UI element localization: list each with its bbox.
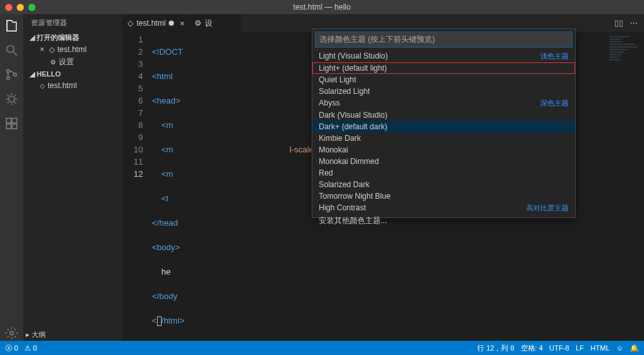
svg-point-0 bbox=[7, 46, 14, 53]
minimize-window-button[interactable] bbox=[17, 4, 24, 11]
window-title: test.html — hello bbox=[293, 3, 350, 12]
tab-settings[interactable]: ⚙ 设 bbox=[191, 14, 242, 32]
picker-item[interactable]: Light (Visual Studio)浅色主题 bbox=[312, 50, 575, 62]
picker-list: Light (Visual Studio)浅色主题Light+ (default… bbox=[312, 50, 575, 217]
status-encoding[interactable]: UTF-8 bbox=[549, 344, 569, 352]
explorer-icon[interactable] bbox=[4, 18, 19, 33]
status-lang[interactable]: HTML bbox=[591, 344, 610, 352]
close-window-button[interactable] bbox=[5, 4, 12, 11]
text-cursor bbox=[157, 316, 162, 326]
picker-item[interactable]: 安装其他颜色主题... bbox=[312, 214, 575, 228]
picker-item[interactable]: Solarized Light bbox=[312, 86, 575, 97]
picker-item[interactable]: Abyss深色主题 bbox=[312, 97, 575, 109]
status-warnings[interactable]: ⚠ 0 bbox=[24, 344, 37, 352]
editor-area: ◇ test.html × ⚙ 设 ▯▯ ⋯ 123 456 789 10111… bbox=[122, 14, 644, 341]
search-icon[interactable] bbox=[4, 42, 19, 58]
picker-input[interactable]: 选择颜色主题 (按上下箭头键预览) bbox=[315, 32, 573, 48]
titlebar: test.html — hello bbox=[0, 0, 644, 14]
activity-bar bbox=[0, 14, 23, 341]
picker-item[interactable]: Dark (Visual Studio) bbox=[312, 109, 575, 121]
svg-rect-7 bbox=[6, 124, 11, 129]
status-spaces[interactable]: 空格: 4 bbox=[521, 343, 543, 353]
maximize-window-button[interactable] bbox=[28, 4, 35, 11]
picker-item[interactable]: High Contrast高对比度主题 bbox=[312, 202, 575, 214]
feedback-icon[interactable]: ☺ bbox=[616, 344, 623, 352]
picker-item[interactable]: Dark+ (default dark) bbox=[312, 121, 575, 132]
svg-point-2 bbox=[6, 77, 10, 80]
picker-item[interactable]: Light+ (default light) bbox=[312, 62, 575, 74]
folder-file-item[interactable]: ◇ test.html bbox=[23, 80, 122, 91]
status-eol[interactable]: LF bbox=[576, 344, 584, 352]
file-icon: ◇ bbox=[40, 82, 45, 89]
picker-item[interactable]: Quiet Light bbox=[312, 74, 575, 86]
picker-item[interactable]: Solarized Dark bbox=[312, 179, 575, 190]
source-text[interactable]: <!DOCT <html <head> <m <m l-scale=1.0"> … bbox=[152, 33, 338, 351]
close-tab-icon[interactable]: × bbox=[180, 19, 185, 28]
window-controls bbox=[5, 4, 35, 11]
gutter: 123 456 789 101112 bbox=[122, 33, 152, 351]
settings-icon[interactable] bbox=[4, 325, 19, 341]
picker-item[interactable]: Monokai bbox=[312, 144, 575, 156]
minimap[interactable] bbox=[609, 36, 639, 62]
svg-point-4 bbox=[8, 96, 14, 102]
notifications-icon[interactable]: 🔔 bbox=[630, 344, 639, 352]
outline-section[interactable]: ▸ 大纲 bbox=[26, 330, 46, 340]
open-editors-section[interactable]: ◢ 打开的编辑器 bbox=[23, 32, 122, 44]
open-editor-item-settings[interactable]: ⚙ 设置 bbox=[23, 55, 122, 69]
status-bar: ⓧ 0 ⚠ 0 行 12，列 8 空格: 4 UTF-8 LF HTML ☺ 🔔 bbox=[0, 341, 644, 355]
tab-test-html[interactable]: ◇ test.html × bbox=[122, 14, 191, 32]
picker-item[interactable]: Kimbie Dark bbox=[312, 132, 575, 144]
svg-rect-5 bbox=[6, 118, 11, 123]
split-editor-icon[interactable]: ▯▯ bbox=[614, 19, 623, 28]
svg-rect-8 bbox=[12, 124, 17, 129]
picker-item[interactable]: Monokai Dimmed bbox=[312, 156, 575, 167]
source-control-icon[interactable] bbox=[4, 67, 19, 82]
status-errors[interactable]: ⓧ 0 bbox=[5, 343, 18, 353]
sidebar-title: 资源管理器 bbox=[23, 14, 122, 32]
svg-point-9 bbox=[10, 331, 14, 335]
more-icon[interactable]: ⋯ bbox=[630, 19, 638, 28]
dirty-indicator-icon bbox=[169, 21, 174, 26]
folder-section[interactable]: ◢ HELLO bbox=[23, 69, 122, 80]
svg-point-1 bbox=[6, 69, 10, 73]
extensions-icon[interactable] bbox=[4, 116, 19, 131]
picker-item[interactable]: Tomorrow Night Blue bbox=[312, 190, 575, 202]
file-icon: ◇ bbox=[128, 19, 133, 28]
svg-rect-6 bbox=[12, 118, 17, 123]
gear-icon: ⚙ bbox=[50, 59, 56, 66]
close-icon[interactable]: × bbox=[40, 45, 44, 54]
debug-icon[interactable] bbox=[4, 91, 19, 107]
status-line-col[interactable]: 行 12，列 8 bbox=[477, 343, 514, 353]
picker-item[interactable]: Red bbox=[312, 167, 575, 179]
open-editor-item[interactable]: ×◇ test.html bbox=[23, 44, 122, 55]
gear-icon: ⚙ bbox=[194, 19, 202, 28]
sidebar: 资源管理器 ◢ 打开的编辑器 ×◇ test.html ⚙ 设置 ◢ HELLO… bbox=[23, 14, 122, 341]
theme-picker: 选择颜色主题 (按上下箭头键预览) Light (Visual Studio)浅… bbox=[312, 28, 576, 218]
